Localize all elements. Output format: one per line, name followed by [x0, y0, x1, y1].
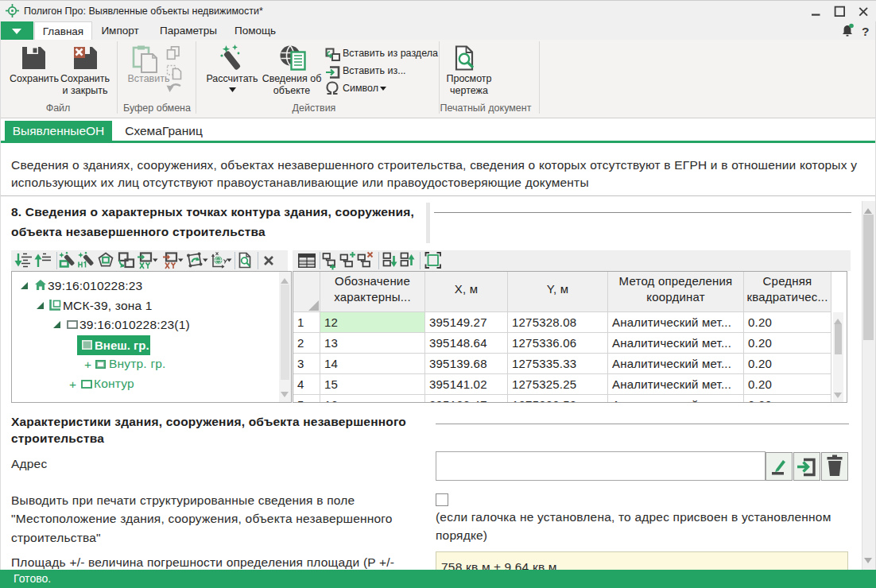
svg-text:?: ?	[862, 25, 869, 38]
